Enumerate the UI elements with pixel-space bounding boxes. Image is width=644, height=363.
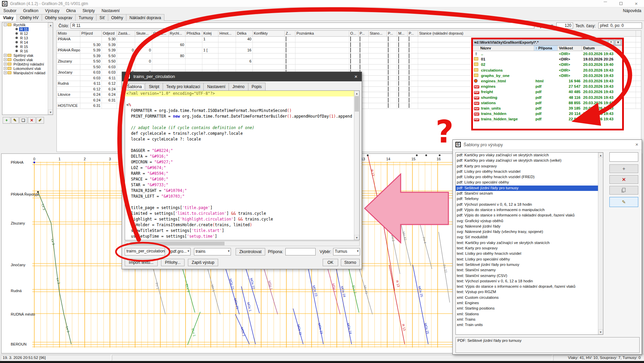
scroll-up-icon[interactable]: ▲ bbox=[598, 153, 603, 158]
template-item[interactable]: xml: Train units bbox=[456, 322, 603, 328]
delete-template-button[interactable]: ✕ bbox=[609, 175, 638, 184]
template-item[interactable]: text: Lístky pro oběhy hnacích vozidel bbox=[456, 251, 603, 256]
template-item[interactable]: text: Výpis do stanice s informacemi o n… bbox=[456, 284, 603, 289]
template-item[interactable]: pdf: Kartičky pro vlaky začínající ve sk… bbox=[456, 158, 603, 163]
file-ext: pdf bbox=[534, 106, 558, 110]
scroll-right-icon[interactable]: ► bbox=[125, 241, 130, 246]
import-texts-button[interactable]: Import textů... bbox=[125, 259, 158, 266]
file-size: <DIR> bbox=[558, 68, 582, 72]
template-item[interactable]: pdf: Lístky pro oběhy hnacích vozidel bbox=[456, 169, 603, 174]
template-item[interactable]: text: Kartičky pro vlaky začínající ve s… bbox=[456, 240, 603, 246]
file-date: 19.03.2026 20:26 bbox=[582, 57, 622, 61]
template-item[interactable]: pdf: Výpis do stanice s informacemi o ma… bbox=[456, 207, 603, 213]
output-name-field[interactable]: trains_per_circulation bbox=[125, 248, 165, 255]
templates-list[interactable]: pdf: Kartičky pro vlaky začínající ve sk… bbox=[455, 152, 603, 335]
file-list-header[interactable]: Název↑ PříponaVelikostDatum bbox=[473, 46, 622, 51]
template-item[interactable]: text: Karty pro soupravy bbox=[456, 246, 603, 251]
dialog-tab-jméno[interactable]: Jméno bbox=[229, 83, 248, 91]
template-item[interactable]: svg: Grafický výstup oběhů bbox=[456, 218, 603, 224]
file-row-trains_hidden_large[interactable]: PDFtrains_hidden_largepdf22 91320.03.202… bbox=[473, 116, 622, 122]
template-item[interactable]: pdf: Výpis do stanice s informacemi o ná… bbox=[456, 213, 603, 218]
file-row-shunting[interactable]: PDFshuntingpdf48 11620.03.2026 19:43 bbox=[473, 95, 622, 100]
template-item[interactable]: xml: Stations bbox=[456, 312, 603, 317]
dialog-tab-šablona[interactable]: Šablona bbox=[123, 83, 146, 91]
file-date: 20.03.2026 19:43 bbox=[582, 90, 622, 94]
template-item[interactable]: svg: Nákresné jízdní řády (všechny trasy… bbox=[456, 229, 603, 235]
file-row-stations[interactable]: PDFstationspdf88 85520.03.2026 19:43 bbox=[473, 100, 622, 106]
template-item[interactable]: pdf: Výchozí postavení v 0, 6, 12 a 18 h… bbox=[456, 202, 603, 207]
template-item[interactable]: pdf: Karty pro soupravy bbox=[456, 164, 603, 169]
file-row-circulations[interactable]: circulations<DIR>20.03.2026 19:43 bbox=[473, 68, 622, 73]
code-line: FORMATTER = org.joda.time.format.ISODate… bbox=[125, 108, 354, 114]
filter-button[interactable]: * bbox=[608, 40, 614, 45]
template-item[interactable]: svg: Síť moduliště bbox=[456, 235, 603, 240]
dialog-close-icon[interactable]: × bbox=[635, 142, 638, 147]
file-row-engines[interactable]: PDFenginespdf27 54720.03.2026 19:43 bbox=[473, 84, 622, 89]
file-column-velikost[interactable]: Velikost bbox=[558, 46, 582, 51]
template-item[interactable]: text: Staniční seznamy bbox=[456, 268, 603, 273]
template-item[interactable]: pdf: Telefony bbox=[456, 196, 603, 202]
template-item[interactable]: text: Lístky pro speciální oběhy bbox=[456, 257, 603, 262]
editor-hscrollbar[interactable]: ◄ ► bbox=[125, 241, 360, 246]
attachments-button[interactable]: Přílohy... bbox=[161, 259, 185, 266]
file-row-[interactable]: ⇧..<DIR>20.03.2026 19:43 bbox=[473, 51, 622, 56]
format-combo[interactable]: pdf.gro... bbox=[169, 248, 191, 255]
file-column-název[interactable]: Název bbox=[473, 46, 534, 51]
template-item[interactable]: pdf: Staniční seznam bbox=[456, 191, 603, 196]
path-bar[interactable]: ▾d:\Work\Vláčky\Grafikon\Exporty\*.* * ▼ bbox=[473, 39, 622, 46]
scroll-down-icon[interactable]: ▼ bbox=[354, 235, 359, 240]
scroll-thumb[interactable] bbox=[130, 242, 225, 245]
template-item[interactable]: text: Sešitové jízdní řády pro turnusy bbox=[456, 262, 603, 268]
extension-field[interactable] bbox=[285, 248, 316, 255]
template-item[interactable]: xml: Starting positions bbox=[456, 306, 603, 311]
file-size: <DIR> bbox=[558, 74, 582, 78]
file-row-02[interactable]: 02<DIR>20.03.2026 19:40 bbox=[473, 62, 622, 67]
scroll-down-icon[interactable]: ▼ bbox=[598, 329, 603, 334]
template-item[interactable]: text: Výstup pro RGZM bbox=[456, 289, 603, 295]
template-item[interactable]: text: Výchozí postavení v 0, 6, 12 a 18 … bbox=[456, 279, 603, 284]
file-name: stations bbox=[480, 101, 534, 105]
code-line: def cycleLocale = trains?.cycle?.company… bbox=[125, 131, 354, 136]
template-item[interactable]: text: Staniční seznamy (CSV) bbox=[456, 273, 603, 279]
file-row-graphs_by_one[interactable]: graphs_by_one<DIR>20.03.2026 19:43 bbox=[473, 73, 622, 78]
code-area[interactable]: <?xml version="1.0" encoding="UTF-8"?> <… bbox=[125, 91, 354, 240]
editor-vscrollbar[interactable]: ▲ ▼ bbox=[354, 91, 359, 240]
selection-combo[interactable]: Turnus bbox=[333, 248, 360, 255]
dialog-tab-nastavení[interactable]: Nastavení bbox=[203, 83, 229, 91]
file-row-engines_html[interactable]: engines_htmlhtml16 94620.03.2026 19:43 bbox=[473, 78, 622, 84]
file-row-01[interactable]: 01<DIR>19.03.2026 20:26 bbox=[473, 56, 622, 62]
check-button[interactable]: Zkontrolovat bbox=[236, 248, 265, 255]
file-row-trains_hidden[interactable]: PDFtrains_hiddenpdf20 11420.03.2026 19:4… bbox=[473, 111, 622, 116]
code-line: tiHolder = TrainsItemsHolder.create(trai… bbox=[125, 222, 354, 228]
cancel-button[interactable]: Storno bbox=[341, 259, 360, 266]
file-row-freight[interactable]: PDFfreightpdf40 48520.03.2026 19:43 bbox=[473, 89, 622, 94]
add-template-button[interactable]: + bbox=[609, 164, 638, 173]
dialog-close-icon[interactable]: × bbox=[350, 72, 362, 81]
template-filter-field[interactable] bbox=[609, 152, 638, 162]
template-item[interactable]: pdf: Kartičky pro vlaky začínající ve sk… bbox=[456, 153, 603, 158]
file-row-train_units[interactable]: PDFtrain_unitspdf39 18520.03.2026 19:43 bbox=[473, 106, 622, 111]
scroll-thumb[interactable] bbox=[355, 96, 359, 112]
template-item[interactable]: xml: Trains bbox=[456, 317, 603, 322]
template-item[interactable]: pdf: Sešitové jízdní řády pro turnusy bbox=[456, 186, 603, 191]
file-column-datum[interactable]: Datum bbox=[582, 46, 622, 51]
dialog-tab-popis[interactable]: Popis bbox=[248, 83, 266, 91]
template-item[interactable]: xml: Engines bbox=[456, 300, 603, 306]
templates-scrollbar[interactable]: ▲ ▼ bbox=[598, 153, 603, 334]
copy-template-button[interactable] bbox=[609, 186, 638, 195]
dialog-tab-texty-pro-lokalizaci[interactable]: Texty pro lokalizaci bbox=[163, 83, 204, 91]
type-combo[interactable]: trains bbox=[194, 248, 231, 255]
template-item[interactable]: svg: Nákresné jízdní řády bbox=[456, 224, 603, 229]
path-dropdown-button[interactable]: ▼ bbox=[615, 40, 621, 45]
ok-button[interactable]: OK bbox=[323, 259, 338, 266]
scroll-up-icon[interactable]: ▲ bbox=[354, 91, 359, 96]
template-item[interactable]: xml: Custom circulations bbox=[456, 295, 603, 300]
file-column-přípona[interactable]: ↑ Přípona bbox=[534, 46, 558, 51]
tab-vlaky[interactable]: Vlaky bbox=[0, 14, 17, 21]
code-editor[interactable]: <?xml version="1.0" encoding="UTF-8"?> <… bbox=[125, 90, 360, 240]
write-output-button[interactable]: Zapiš výstup bbox=[188, 259, 218, 266]
dialog-tab-skript[interactable]: Skript bbox=[145, 83, 163, 91]
edit-template-button[interactable]: ✎ bbox=[609, 197, 638, 207]
template-item[interactable]: pdf: Lístky pro oběhy hnacích vozidel (F… bbox=[456, 174, 603, 180]
template-item[interactable]: pdf: Lístky pro speciální oběhy bbox=[456, 180, 603, 185]
